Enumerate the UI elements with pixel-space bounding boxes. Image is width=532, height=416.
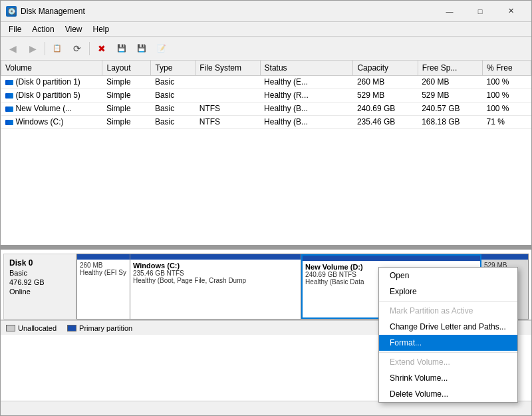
context-menu: OpenExploreMark Partition as ActiveChang… (378, 267, 518, 403)
cell-type: Basic (151, 75, 196, 89)
import-button[interactable]: 💾 (132, 39, 151, 58)
cell-layout: Simple (102, 89, 151, 102)
volume-icon (5, 120, 13, 125)
col-header-fs[interactable]: File System (196, 61, 260, 75)
seg-efi-size: 260 MB (80, 262, 127, 269)
disk-name: Disk 0 (9, 258, 70, 268)
context-menu-item[interactable]: Change Drive Letter and Paths... (379, 319, 517, 335)
cell-fs (196, 89, 260, 102)
main-window: 💽 Disk Management — □ ✕ File Action View… (0, 0, 532, 416)
maximize-button[interactable]: □ (465, 1, 495, 22)
col-header-layout[interactable]: Layout (102, 61, 151, 75)
context-menu-item[interactable]: Format... (379, 335, 517, 351)
menu-action[interactable]: Action (27, 23, 59, 35)
legend-label-primary: Primary partition (79, 324, 132, 332)
cell-free: 529 MB (418, 89, 482, 102)
context-menu-item[interactable]: Shrink Volume... (379, 370, 517, 386)
cell-capacity: 235.46 GB (353, 115, 418, 128)
context-menu-item[interactable]: Delete Volume... (379, 386, 517, 402)
seg-efi-status: Healthy (EFI Sy (80, 269, 127, 276)
status-bar (1, 401, 531, 415)
title-bar: 💽 Disk Management — □ ✕ (1, 1, 531, 22)
cell-free: 260 MB (418, 75, 482, 89)
legend-unallocated: Unallocated (6, 324, 57, 332)
context-menu-item: Extend Volume... (379, 354, 517, 370)
cell-layout: Simple (102, 102, 151, 115)
delete-button[interactable]: ✖ (92, 39, 111, 58)
volume-list-panel: Volume Layout Type File System Status Ca… (1, 61, 531, 245)
seg-windows-status: Healthy (Boot, Page File, Crash Dump (133, 277, 298, 284)
cell-layout: Simple (102, 75, 151, 89)
seg-header-recovery (481, 254, 528, 260)
cell-type: Basic (151, 89, 196, 102)
cell-capacity: 260 MB (353, 75, 418, 89)
col-header-volume[interactable]: Volume (1, 61, 102, 75)
menu-file[interactable]: File (3, 23, 27, 35)
disk-type: Basic (9, 269, 70, 277)
cell-pct: 100 % (482, 102, 531, 115)
forward-button[interactable]: ▶ (23, 39, 42, 58)
back-button[interactable]: ◀ (3, 39, 22, 58)
minimize-button[interactable]: — (434, 1, 465, 22)
window-title: Disk Management (21, 7, 434, 16)
seg-header-newvol (303, 256, 480, 261)
table-row[interactable]: (Disk 0 partition 5) Simple Basic Health… (1, 89, 531, 102)
table-row[interactable]: New Volume (... Simple Basic NTFS Health… (1, 102, 531, 115)
col-header-capacity[interactable]: Capacity (353, 61, 418, 75)
cell-fs: NTFS (196, 115, 260, 128)
app-icon: 💽 (6, 6, 17, 17)
cell-pct: 100 % (482, 75, 531, 89)
menu-bar: File Action View Help (1, 22, 531, 37)
disk-label: Disk 0 Basic 476.92 GB Online (3, 254, 76, 319)
refresh-button[interactable]: ⟳ (68, 39, 86, 58)
cell-fs (196, 75, 260, 89)
cell-fs: NTFS (196, 102, 260, 115)
legend-swatch-primary (67, 325, 76, 331)
col-header-type[interactable]: Type (151, 61, 196, 75)
properties-button[interactable]: 📋 (48, 39, 66, 58)
disk-size: 476.92 GB (9, 278, 70, 286)
cell-status: Healthy (E... (260, 75, 353, 89)
title-controls: — □ ✕ (434, 1, 526, 22)
context-menu-separator (379, 301, 517, 302)
col-header-pctfree[interactable]: % Free (482, 61, 531, 75)
table-row[interactable]: Windows (C:) Simple Basic NTFS Healthy (… (1, 115, 531, 128)
disk-status: Online (9, 288, 70, 296)
legend-label-unallocated: Unallocated (18, 324, 57, 332)
col-header-status[interactable]: Status (260, 61, 353, 75)
context-menu-item: Mark Partition as Active (379, 303, 517, 319)
export-button[interactable]: 💾 (112, 39, 131, 58)
disk-segment-efi[interactable]: 260 MB Healthy (EFI Sy (77, 254, 130, 319)
cell-volume: New Volume (... (1, 102, 102, 115)
seg-windows-size: 235.46 GB NTFS (133, 270, 298, 277)
menu-help[interactable]: Help (88, 23, 115, 35)
seg-header-efi (77, 254, 130, 260)
toolbar: ◀ ▶ 📋 ⟳ ✖ 💾 💾 📝 (1, 37, 531, 61)
cell-capacity: 240.69 GB (353, 102, 418, 115)
col-header-free[interactable]: Free Sp... (418, 61, 482, 75)
disk-segment-windows[interactable]: Windows (C:) 235.46 GB NTFS Healthy (Boo… (130, 254, 301, 319)
cell-layout: Simple (102, 115, 151, 128)
cell-free: 168.18 GB (418, 115, 482, 128)
volume-table: Volume Layout Type File System Status Ca… (1, 61, 531, 129)
table-row[interactable]: (Disk 0 partition 1) Simple Basic Health… (1, 75, 531, 89)
cell-capacity: 529 MB (353, 89, 418, 102)
cell-status: Healthy (B... (260, 102, 353, 115)
context-menu-item[interactable]: Explore (379, 284, 517, 300)
cell-free: 240.57 GB (418, 102, 482, 115)
script-button[interactable]: 📝 (152, 39, 171, 58)
cell-status: Healthy (R... (260, 89, 353, 102)
menu-view[interactable]: View (60, 23, 88, 35)
cell-status: Healthy (B... (260, 115, 353, 128)
legend-primary: Primary partition (67, 324, 132, 332)
close-button[interactable]: ✕ (495, 1, 526, 22)
cell-volume: Windows (C:) (1, 115, 102, 128)
volume-icon (5, 93, 13, 99)
cell-pct: 100 % (482, 89, 531, 102)
cell-pct: 71 % (482, 115, 531, 128)
cell-volume: (Disk 0 partition 1) (1, 75, 102, 89)
seg-windows-title: Windows (C:) (133, 262, 298, 270)
seg-header-windows (130, 254, 301, 260)
context-menu-item[interactable]: Open (379, 268, 517, 284)
cell-type: Basic (151, 102, 196, 115)
